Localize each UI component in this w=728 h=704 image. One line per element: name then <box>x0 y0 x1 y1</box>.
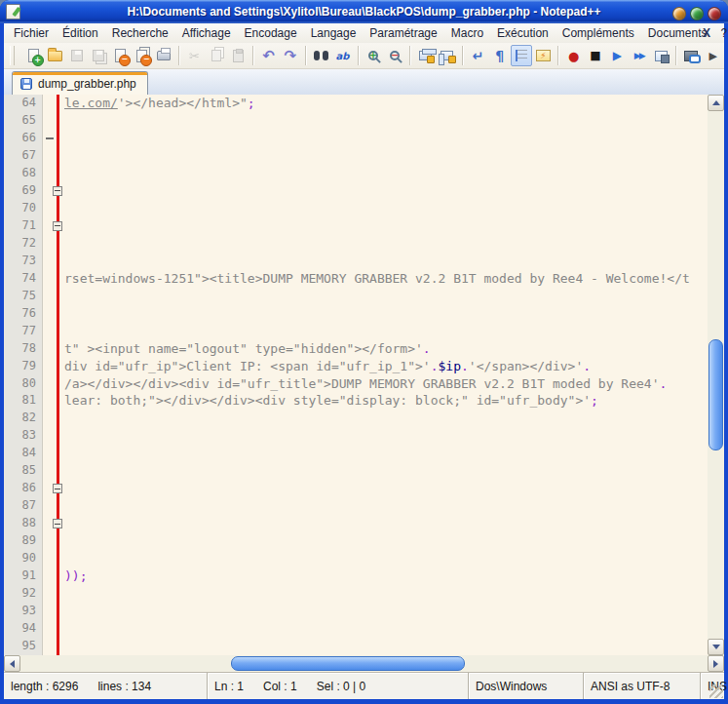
fold-collapse-marker[interactable] <box>53 186 62 196</box>
minimize-button[interactable] <box>672 7 686 20</box>
editor-line-76: 76 <box>4 305 708 323</box>
status-field: length : 6296 <box>11 680 78 693</box>
scissors-icon: ✂ <box>189 50 200 62</box>
copy-icon <box>211 50 221 61</box>
editor-rows: 64le.com/'></head></html>";6566676869707… <box>4 95 708 655</box>
menu-aide[interactable]: ? <box>714 24 728 42</box>
menu-macro[interactable]: Macro <box>444 24 490 42</box>
open-file-button[interactable] <box>44 45 65 66</box>
menu-affichage[interactable]: Affichage <box>175 24 238 42</box>
status-cursor-position[interactable]: Ln : 1Col : 1Sel : 0 | 0 <box>207 673 468 699</box>
menu-parametrage[interactable]: Paramétrage <box>363 24 443 42</box>
redo-button[interactable]: ↷ <box>280 45 301 66</box>
scroll-up-button[interactable] <box>708 95 724 111</box>
run-commands-button[interactable] <box>680 45 702 66</box>
status-eol-format[interactable]: Dos\Windows <box>468 673 583 699</box>
tab-dump-grabber[interactable]: dump_grabber.php <box>12 71 148 95</box>
line-number: 73 <box>4 253 43 270</box>
menu-edition[interactable]: Édition <box>56 24 105 42</box>
toolbar-separator <box>557 46 558 65</box>
sync-vertical-scroll-button[interactable] <box>414 45 436 66</box>
fold-collapse-marker[interactable] <box>53 221 62 231</box>
status-encoding[interactable]: ANSI as UTF-8 <box>583 673 700 699</box>
floppy-icon <box>71 50 83 61</box>
vertical-scrollbar-thumb[interactable] <box>709 339 723 450</box>
line-number: 65 <box>4 112 43 130</box>
menu-langage[interactable]: Langage <box>304 24 364 42</box>
status-field: Dos\Windows <box>476 680 547 693</box>
copy-button[interactable] <box>206 45 227 66</box>
undo-icon: ↶ <box>262 49 275 63</box>
editor-area[interactable]: 64le.com/'></head></html>";6566676869707… <box>4 95 708 655</box>
title-bar[interactable]: H:\Documents and Settings\Xylitol\Bureau… <box>0 0 728 23</box>
save-file-button[interactable] <box>66 45 88 66</box>
page-new-icon <box>28 49 39 62</box>
maximize-button[interactable] <box>690 7 704 20</box>
save-all-button[interactable] <box>88 45 109 66</box>
record-icon: ● <box>568 50 579 62</box>
line-number: 93 <box>4 603 43 620</box>
print-button[interactable] <box>153 45 174 66</box>
zoom-out-button[interactable] <box>384 45 405 66</box>
replace-button[interactable]: ab <box>331 45 353 66</box>
right-arrow-icon <box>713 660 718 668</box>
record-macro-button[interactable]: ● <box>562 45 584 66</box>
status-doc-stats[interactable]: length : 6296lines : 134 <box>4 673 207 699</box>
fold-collapse-marker[interactable] <box>53 484 62 493</box>
document-map-button[interactable]: ⚡ <box>532 45 554 66</box>
resize-grip[interactable] <box>709 684 723 698</box>
chevron-right-icon: ▶ <box>709 51 716 61</box>
toolbar-separator <box>675 46 676 65</box>
toolbar-separator <box>462 46 463 65</box>
scroll-right-button[interactable] <box>708 655 724 672</box>
toolbar-overflow-button[interactable]: ▶ <box>703 45 724 66</box>
run-macro-multiple-button[interactable]: ▶▶ <box>629 45 650 66</box>
line-number: 67 <box>4 147 43 165</box>
close-button[interactable] <box>708 7 721 20</box>
horizontal-scrollbar[interactable] <box>4 655 724 672</box>
scroll-down-button[interactable] <box>708 639 724 655</box>
stop-icon: ■ <box>590 50 600 61</box>
cut-button[interactable]: ✂ <box>183 45 205 66</box>
word-wrap-button[interactable]: ↵ <box>467 45 488 66</box>
editor-line-95: 95 <box>4 638 708 655</box>
close-document-x[interactable]: X <box>699 25 714 41</box>
menu-bar: X FichierÉditionRechercheAffichageEncoda… <box>4 23 724 43</box>
editor-line-71: 71 <box>4 217 708 235</box>
new-file-button[interactable] <box>22 45 44 66</box>
printer-icon <box>157 51 171 60</box>
code-text: )); <box>64 567 87 585</box>
window-title: H:\Documents and Settings\Xylitol\Bureau… <box>0 5 728 19</box>
paste-button[interactable] <box>227 45 249 66</box>
close-all-button[interactable] <box>132 45 153 66</box>
find-button[interactable] <box>310 45 331 66</box>
toolbar-separator <box>409 46 410 65</box>
line-number: 69 <box>4 182 43 200</box>
save-macro-button[interactable] <box>650 45 671 66</box>
sync-h-icon <box>441 51 453 60</box>
line-number: 87 <box>4 497 43 515</box>
show-indent-guide-button[interactable] <box>511 45 532 66</box>
toolbar-separator <box>252 46 253 65</box>
scroll-left-button[interactable] <box>4 655 20 672</box>
menu-complements[interactable]: Compléments <box>556 24 641 42</box>
close-file-button[interactable] <box>109 45 131 66</box>
menu-recherche[interactable]: Recherche <box>105 24 175 42</box>
line-number: 95 <box>4 638 43 655</box>
menu-fichier[interactable]: Fichier <box>7 24 56 42</box>
show-all-characters-button[interactable]: ¶ <box>488 45 510 66</box>
editor-line-90: 90 <box>4 550 708 567</box>
line-number: 85 <box>4 462 43 480</box>
menu-encodage[interactable]: Encodage <box>238 24 304 42</box>
sync-horizontal-scroll-button[interactable] <box>437 45 458 66</box>
menu-execution[interactable]: Exécution <box>490 24 556 42</box>
paste-icon <box>233 50 244 62</box>
horizontal-scrollbar-thumb[interactable] <box>231 656 465 671</box>
vertical-scrollbar[interactable] <box>708 95 724 655</box>
fold-collapse-marker[interactable] <box>53 519 62 528</box>
zoom-in-button[interactable] <box>363 45 384 66</box>
undo-button[interactable]: ↶ <box>257 45 279 66</box>
pages-close-icon <box>136 50 147 62</box>
play-macro-button[interactable]: ▶ <box>606 45 628 66</box>
stop-macro-button[interactable]: ■ <box>585 45 606 66</box>
